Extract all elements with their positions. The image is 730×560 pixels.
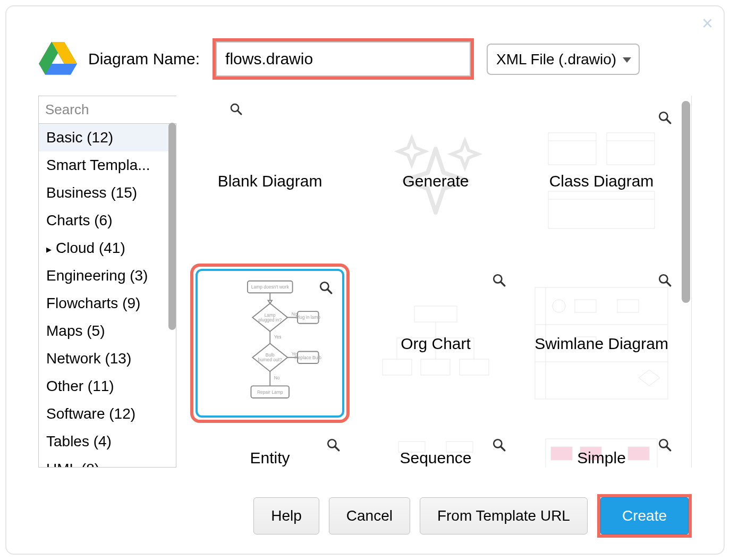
magnify-icon[interactable]: [326, 438, 340, 454]
search-row: [39, 96, 176, 124]
category-item-other[interactable]: Other (11): [39, 372, 176, 400]
category-item-maps[interactable]: Maps (5): [39, 317, 176, 345]
category-sidebar: Basic (12) Smart Templa... Business (15)…: [38, 96, 176, 468]
template-sequence[interactable]: Sequence: [356, 428, 515, 468]
svg-point-57: [553, 300, 565, 312]
svg-text:No: No: [274, 375, 280, 380]
template-label: Class Diagram: [549, 171, 654, 191]
flowchart-thumb: Lamp doesn't work Lampplugged in? No Plu…: [209, 278, 330, 409]
from-template-url-button[interactable]: From Template URL: [420, 497, 588, 534]
close-icon[interactable]: ×: [702, 14, 713, 33]
template-label: Org Chart: [401, 333, 471, 354]
template-label: Generate: [402, 171, 469, 191]
google-drive-icon: [38, 42, 78, 76]
template-flowchart-inner: Lamp doesn't work Lampplugged in? No Plu…: [196, 269, 344, 418]
svg-rect-9: [607, 133, 655, 165]
category-item-cloud[interactable]: Cloud (41): [39, 234, 176, 262]
template-entity[interactable]: Entity: [190, 428, 350, 468]
category-item-charts[interactable]: Charts (6): [39, 207, 176, 234]
diagram-name-input[interactable]: [216, 41, 471, 77]
dialog-body: Basic (12) Smart Templa... Business (15)…: [6, 96, 724, 468]
help-button[interactable]: Help: [253, 497, 319, 534]
cancel-button[interactable]: Cancel: [329, 497, 410, 534]
svg-rect-43: [383, 359, 412, 375]
svg-rect-45: [460, 359, 489, 375]
svg-marker-61: [639, 370, 660, 386]
template-label: Entity: [250, 447, 290, 468]
create-button[interactable]: Create: [600, 497, 689, 534]
template-flowchart-selected[interactable]: Lamp doesn't work Lampplugged in? No Plu…: [190, 264, 350, 423]
svg-rect-44: [421, 359, 450, 375]
create-highlight: Create: [597, 494, 692, 538]
category-item-tables[interactable]: Tables (4): [39, 428, 176, 455]
svg-rect-8: [548, 133, 596, 165]
gallery-scrollbar[interactable]: [682, 101, 690, 303]
svg-rect-10: [548, 191, 655, 228]
diagram-name-label: Diagram Name:: [88, 50, 200, 68]
template-simple[interactable]: Simple: [522, 428, 681, 468]
svg-text:burned out?: burned out?: [258, 357, 282, 362]
template-grid-row3: Entity Sequence Simple: [180, 423, 691, 468]
category-item-flowcharts[interactable]: Flowcharts (9): [39, 290, 176, 317]
sidebar-scrollbar[interactable]: [168, 123, 176, 330]
file-format-select[interactable]: XML File (.drawio): [487, 44, 640, 75]
svg-text:Plug in lamp: Plug in lamp: [295, 315, 320, 320]
category-item-basic[interactable]: Basic (12): [39, 124, 176, 151]
dialog-footer: Help Cancel From Template URL Create: [253, 494, 692, 538]
svg-text:Yes: Yes: [274, 334, 282, 340]
template-generate[interactable]: Generate: [356, 101, 515, 260]
template-swimlane-diagram[interactable]: Swimlane Diagram: [522, 264, 681, 423]
svg-rect-59: [617, 300, 639, 312]
svg-rect-42: [414, 306, 457, 322]
template-grid: Blank Diagram Generate Class Diagra: [180, 96, 691, 428]
svg-rect-58: [575, 300, 596, 312]
category-item-uml[interactable]: UML (8): [39, 455, 176, 467]
template-label: Blank Diagram: [218, 171, 322, 191]
svg-text:Lamp doesn't work: Lamp doesn't work: [251, 284, 290, 289]
new-diagram-dialog: × Diagram Name: XML File (.drawio) Basic…: [5, 5, 725, 555]
template-org-chart[interactable]: Org Chart: [356, 264, 515, 423]
category-item-software[interactable]: Software (12): [39, 400, 176, 428]
template-class-diagram[interactable]: Class Diagram: [522, 101, 681, 260]
template-label: Swimlane Diagram: [534, 333, 668, 354]
category-list: Basic (12) Smart Templa... Business (15)…: [39, 124, 176, 467]
category-item-engineering[interactable]: Engineering (3): [39, 262, 176, 290]
svg-rect-76: [628, 447, 649, 460]
format-select-wrap: XML File (.drawio): [481, 44, 640, 75]
template-blank-diagram[interactable]: Blank Diagram: [190, 101, 350, 260]
svg-rect-74: [551, 447, 572, 460]
category-item-business[interactable]: Business (15): [39, 179, 176, 207]
category-item-network[interactable]: Network (13): [39, 345, 176, 372]
svg-text:Repair Lamp: Repair Lamp: [257, 389, 283, 394]
template-gallery: Blank Diagram Generate Class Diagra: [180, 96, 692, 468]
template-label: Sequence: [400, 447, 471, 468]
template-label: Simple: [577, 447, 626, 468]
filename-highlight: [213, 38, 474, 80]
dialog-header: Diagram Name: XML File (.drawio): [6, 6, 724, 96]
svg-text:Replace Bulb: Replace Bulb: [294, 354, 321, 360]
svg-line-63: [335, 446, 339, 451]
category-item-smart-templates[interactable]: Smart Templa...: [39, 151, 176, 179]
svg-text:plugged in?: plugged in?: [258, 317, 282, 323]
